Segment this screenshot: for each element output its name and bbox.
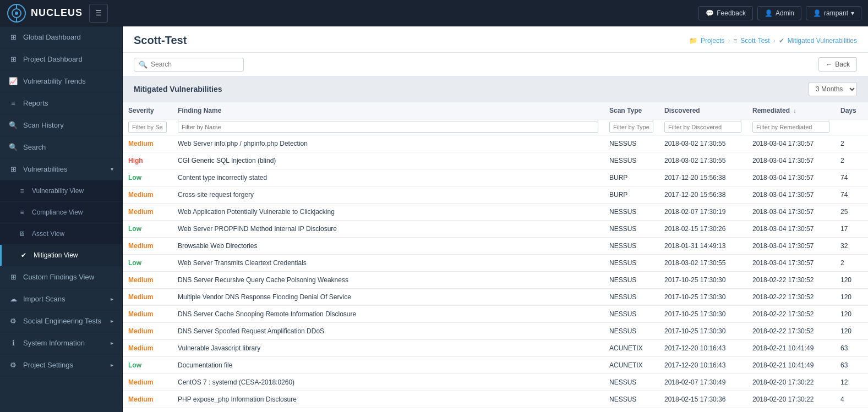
table-row[interactable]: Medium DNS Server Cache Snooping Remote … (123, 306, 868, 323)
cell-finding-name: Multiple Vendor DNS Response Flooding De… (172, 289, 604, 306)
cell-finding-name: DNS Server Recursive Query Cache Poisoni… (172, 272, 604, 289)
filter-remediated-input[interactable] (752, 122, 829, 133)
topbar-left: NUCLEUS ☰ (7, 3, 108, 23)
col-header-remediated: Remediated ↓ (747, 102, 835, 119)
sidebar-item-social-engineering[interactable]: ⚙ Social Engineering Tests ▸ (0, 310, 122, 332)
cell-scan-type: NESSUS (604, 408, 659, 413)
sidebar-item-search[interactable]: 🔍 Search (0, 136, 122, 158)
sidebar-item-scan-history[interactable]: 🔍 Scan History (0, 114, 122, 136)
search-box[interactable]: 🔍 (134, 58, 244, 72)
search-input[interactable] (151, 61, 239, 68)
sidebar: ⊞ Global Dashboard ⊞ Project Dashboard 📈… (0, 26, 123, 412)
cell-severity: Medium (123, 340, 172, 357)
table-row[interactable]: Medium CentOS 7 : systemd (CESA-2018:026… (123, 374, 868, 391)
sidebar-item-vulnerability-view[interactable]: ≡ Vulnerability View (0, 180, 122, 202)
cell-remediated: 2018-02-21 10:41:49 (747, 340, 835, 357)
svg-point-2 (15, 12, 18, 15)
breadcrumb-project[interactable]: Scott-Test (740, 37, 769, 45)
table-row[interactable]: Low Web Server PROPFIND Method Internal … (123, 221, 868, 238)
vuln-icon: ⊞ (9, 165, 18, 173)
sidebar-label: Import Scans (23, 295, 65, 303)
cell-remediated: 2018-03-04 17:30:57 (747, 169, 835, 186)
sort-icon: ↓ (793, 108, 796, 114)
filter-cell-type (604, 119, 659, 135)
table-row[interactable]: Medium DNS Server Spoofed Request Amplif… (123, 323, 868, 340)
sidebar-item-global-dashboard[interactable]: ⊞ Global Dashboard (0, 26, 122, 48)
table-row[interactable]: Medium PHP expose_php Information Disclo… (123, 391, 868, 408)
cell-finding-name: PHP expose_php Information Disclosure (172, 391, 604, 408)
sidebar-label: Vulnerability View (32, 187, 84, 195)
cell-discovered: 2018-03-02 17:30:55 (659, 152, 747, 169)
table-row[interactable]: Medium Web Application Potentially Vulne… (123, 204, 868, 221)
page-title: Scott-Test (134, 34, 187, 47)
table-row[interactable]: Medium Cross-site request forgery BURP 2… (123, 186, 868, 204)
sidebar-item-import-scans[interactable]: ☁ Import Scans ▸ (0, 288, 122, 310)
search-icon: 🔍 (139, 61, 148, 69)
table-wrapper: Severity Finding Name Scan Type Discover… (123, 102, 868, 412)
table-column-headers: Severity Finding Name Scan Type Discover… (123, 102, 868, 119)
sidebar-item-custom-findings[interactable]: ⊞ Custom Findings View (0, 266, 122, 288)
cell-finding-name: Documentation file (172, 357, 604, 374)
table-row[interactable]: High CGI Generic SQL Injection (blind) N… (123, 152, 868, 169)
table-row[interactable]: Low Content type incorrectly stated BURP… (123, 169, 868, 186)
cell-discovered: 2017-10-25 17:30:30 (659, 289, 747, 306)
hamburger-button[interactable]: ☰ (89, 4, 108, 23)
filter-discovered-input[interactable] (664, 122, 741, 133)
col-header-finding-name: Finding Name (172, 102, 604, 119)
table-row[interactable]: Medium DNS Server Recursive Query Cache … (123, 272, 868, 289)
cell-finding-name: Web Server Transmits Cleartext Credentia… (172, 255, 604, 272)
table-row[interactable]: Medium Web Server info.php / phpinfo.php… (123, 135, 868, 152)
breadcrumb-check-icon: ✔ (779, 37, 784, 45)
cell-discovered: 2018-03-02 17:30:55 (659, 135, 747, 152)
table-row[interactable]: Low Documentation file ACUNETIX 2017-12-… (123, 357, 868, 374)
table-row[interactable]: Low Web Server Transmits Cleartext Crede… (123, 255, 868, 272)
cell-finding-name: Browsable Web Directories (172, 238, 604, 255)
checkmark-icon: ✔ (19, 251, 28, 259)
cell-discovered: 2017-10-25 17:30:29 (659, 408, 747, 413)
cell-severity: Low (123, 169, 172, 186)
breadcrumb-grid-icon: ≡ (733, 37, 737, 45)
sidebar-item-vulnerability-trends[interactable]: 📈 Vulnerability Trends (0, 70, 122, 92)
sidebar-label: Reports (23, 99, 48, 107)
sidebar-item-project-dashboard[interactable]: ⊞ Project Dashboard (0, 48, 122, 70)
main-content: Scott-Test 📁 Projects › ≡ Scott-Test › ✔… (123, 26, 868, 412)
scan-icon: 🔍 (9, 121, 18, 129)
sidebar-item-system-information[interactable]: ℹ System Information ▸ (0, 332, 122, 354)
table-row[interactable]: Medium Vulnerable Javascript library ACU… (123, 340, 868, 357)
topbar-right: 💬 Feedback 👤 Admin 👤 rampant ▾ (698, 6, 861, 20)
sidebar-item-reports[interactable]: ≡ Reports (0, 92, 122, 114)
topbar: NUCLEUS ☰ 💬 Feedback 👤 Admin 👤 rampant ▾ (0, 0, 868, 26)
cell-finding-name: DNS Server Cache Snooping Remote Informa… (172, 306, 604, 323)
cell-severity: Medium (123, 374, 172, 391)
breadcrumb-folder-icon: 📁 (689, 37, 697, 45)
admin-button[interactable]: 👤 Admin (757, 6, 801, 20)
sidebar-item-vulnerabilities[interactable]: ⊞ Vulnerabilities ▾ (0, 158, 122, 180)
cell-days: 2 (835, 255, 868, 272)
sidebar-item-asset-view[interactable]: 🖥 Asset View (0, 223, 122, 245)
filter-type-input[interactable] (609, 122, 653, 133)
sidebar-label: Scan History (23, 121, 64, 129)
feedback-button[interactable]: 💬 Feedback (698, 6, 753, 20)
cell-days: 32 (835, 238, 868, 255)
time-period-select[interactable]: 3 Months 1 Month 6 Months 1 Year All Tim… (809, 82, 857, 96)
cell-finding-name: Web Server PROPFIND Method Internal IP D… (172, 221, 604, 238)
logo-text: NUCLEUS (31, 7, 83, 19)
filter-name-input[interactable] (178, 122, 598, 133)
back-button[interactable]: ← Back (818, 57, 857, 72)
breadcrumb-projects[interactable]: Projects (701, 37, 724, 45)
sidebar-item-mitigation-view[interactable]: ✔ Mitigation View (0, 245, 122, 266)
table-row[interactable]: Medium Apache Server ETag Header Informa… (123, 408, 868, 413)
monitor-icon: 🖥 (18, 230, 26, 238)
sidebar-item-project-settings[interactable]: ⚙ Project Settings ▸ (0, 354, 122, 376)
page-header: Scott-Test 📁 Projects › ≡ Scott-Test › ✔… (123, 26, 868, 53)
table-row[interactable]: Medium Browsable Web Directories NESSUS … (123, 238, 868, 255)
user-arrow-icon: ▾ (851, 9, 854, 17)
cell-discovered: 2017-10-25 17:30:30 (659, 272, 747, 289)
sidebar-item-compliance-view[interactable]: ≡ Compliance View (0, 202, 122, 223)
filter-cell-rem (747, 119, 835, 135)
user-button[interactable]: 👤 rampant ▾ (806, 6, 861, 20)
filter-severity-input[interactable] (128, 122, 167, 133)
table-row[interactable]: Medium Multiple Vendor DNS Response Floo… (123, 289, 868, 306)
chevron-right-icon: ▸ (111, 340, 113, 346)
toolbar: 🔍 ← Back (123, 53, 868, 76)
